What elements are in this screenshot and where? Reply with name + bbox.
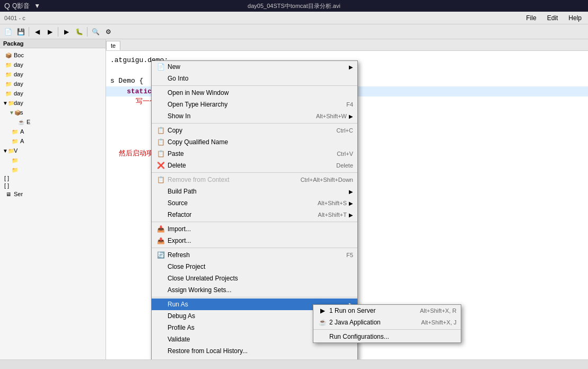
app-name: Q Q影音 ▼ — [4, 2, 40, 11]
server-icon: 🖥 — [4, 190, 13, 198]
java-app-icon: ☕ — [318, 318, 327, 327]
submenu-run-on-server[interactable]: ▶ 1 Run on Server Alt+Shift+X, R — [313, 305, 461, 317]
tree-item-e[interactable]: ☕ E — [0, 117, 106, 127]
menu-item-assign-working-sets[interactable]: Assign Working Sets... — [152, 284, 357, 296]
submenu-run-configurations[interactable]: Run Configurations... — [313, 331, 461, 342]
tree-item-day3[interactable]: 📁 day — [0, 79, 106, 89]
toolbar: 📄 💾 ◀ ▶ ▶ 🐛 🔍 ⚙ — [0, 24, 588, 39]
tree-item-day4[interactable]: 📁 day — [0, 89, 106, 98]
assign-icon — [156, 286, 165, 294]
folder-icon-sub2: 📁 — [11, 165, 19, 174]
paste-icon: 📋 — [156, 150, 165, 158]
toolbar-sep1 — [29, 27, 29, 37]
menu-item-copy[interactable]: 📋 Copy Ctrl+C — [152, 125, 357, 136]
source-arrow: ▶ — [349, 200, 353, 206]
toolbar-sep3 — [87, 27, 87, 37]
refresh-shortcut: F5 — [346, 252, 353, 258]
title-bar: Q Q影音 ▼ day05_04STS中tomcat目录分析.avi — [0, 0, 588, 12]
go-into-icon — [156, 74, 165, 83]
menu-item-paste[interactable]: 📋 Paste Ctrl+V — [152, 148, 357, 160]
delete-icon: ❌ — [156, 161, 165, 170]
build-path-icon — [156, 187, 165, 196]
show-in-arrow: ▶ — [349, 113, 353, 119]
menu-item-close-project[interactable]: Close Project — [152, 261, 357, 273]
sidebar: Packag 📦 Boc 📁 day 📁 day 📁 day — [0, 39, 106, 359]
toolbar-settings-btn[interactable]: ⚙ — [102, 26, 114, 38]
java-icon-1: ☕ — [17, 118, 25, 126]
tree-item-server[interactable]: 🖥 Ser — [0, 189, 106, 199]
tree-item-brackets1[interactable]: [ ] — [0, 174, 106, 182]
menu-file[interactable]: File — [524, 13, 538, 23]
menu-item-show-in[interactable]: Show In Alt+Shift+W ▶ — [152, 110, 357, 122]
toolbar-back-btn[interactable]: ◀ — [31, 26, 43, 38]
new-arrow: ▶ — [349, 64, 353, 70]
menu-edit[interactable]: Edit — [545, 13, 560, 23]
import-icon: 📥 — [156, 225, 165, 233]
toolbar-debug-btn[interactable]: 🐛 — [73, 26, 85, 38]
menu-item-open-new-window[interactable]: Open in New Window — [152, 87, 357, 99]
menu-help[interactable]: Help — [566, 13, 584, 23]
menu-item-export[interactable]: 📤 Export... — [152, 235, 357, 247]
tree-item-s[interactable]: ▼📦 s — [0, 108, 106, 117]
new-icon: 📄 — [156, 63, 165, 71]
toolbar-save-btn[interactable]: 💾 — [15, 26, 27, 38]
menu-item-refresh[interactable]: 🔄 Refresh F5 — [152, 249, 357, 261]
menu-item-java-ee-tools[interactable]: Java EE Tools ▶ — [152, 357, 357, 359]
toolbar-new-btn[interactable]: 📄 — [2, 26, 14, 38]
video-filename: day05_04STS中tomcat目录分析.avi — [248, 2, 340, 10]
restore-icon — [156, 347, 165, 355]
menu-item-close-unrelated[interactable]: Close Unrelated Projects — [152, 273, 357, 284]
editor-area: te .atguigu.demo; s Demo { static void m… — [106, 39, 588, 359]
submenu-sep1 — [313, 329, 461, 330]
sep6 — [152, 297, 357, 297]
sep1 — [152, 85, 357, 86]
tree-item-sub1[interactable]: 📁 — [0, 155, 106, 165]
project-icon: 📦 — [4, 51, 13, 59]
folder-icon-a1: 📁 — [11, 127, 19, 136]
tree-item-day2[interactable]: 📁 day — [0, 69, 106, 79]
main-area: Packag 📦 Boc 📁 day 📁 day 📁 day — [0, 39, 588, 359]
hierarchy-shortcut: F4 — [346, 101, 353, 108]
remove-context-icon: 📋 — [156, 175, 165, 184]
app-icon: Q — [4, 2, 10, 10]
build-path-arrow: ▶ — [349, 189, 353, 195]
tree-item-v[interactable]: ▼📁 V — [0, 146, 106, 155]
menu-item-copy-qualified[interactable]: 📋 Copy Qualified Name — [152, 136, 357, 148]
folder-icon-v: ▼📁 — [4, 146, 13, 155]
tree-item-day1[interactable]: 📁 day — [0, 60, 106, 69]
java-app-shortcut: Alt+Shift+X, J — [421, 319, 457, 326]
source-shortcut: Alt+Shift+S — [318, 200, 347, 206]
menu-item-restore-history[interactable]: Restore from Local History... — [152, 345, 357, 357]
menu-item-go-into[interactable]: Go Into — [152, 73, 357, 84]
toolbar-sep2 — [58, 27, 58, 37]
toolbar-run-btn[interactable]: ▶ — [60, 26, 72, 38]
refactor-arrow: ▶ — [349, 212, 353, 218]
sep4 — [152, 222, 357, 222]
tree-item-boc[interactable]: 📦 Boc — [0, 50, 106, 60]
tree-item-sub2[interactable]: 📁 — [0, 165, 106, 174]
package-icon: ▼📦 — [11, 108, 19, 117]
context-menu-overlay: 📄 New ▶ Go Into Open in New Window — [106, 39, 588, 359]
tree-item-a2[interactable]: 📁 A — [0, 136, 106, 146]
menu-item-import[interactable]: 📥 Import... — [152, 223, 357, 235]
folder-icon-1: 📁 — [4, 60, 13, 69]
folder-icon-a2: 📁 — [11, 137, 19, 145]
toolbar-forward-btn[interactable]: ▶ — [44, 26, 56, 38]
tree-item-day5[interactable]: ▼📁 day — [0, 98, 106, 108]
menu-item-build-path[interactable]: Build Path ▶ — [152, 186, 357, 197]
menu-item-refactor[interactable]: Refactor Alt+Shift+T ▶ — [152, 209, 357, 221]
menu-item-delete[interactable]: ❌ Delete Delete — [152, 160, 357, 171]
status-bar — [0, 359, 588, 369]
menu-item-new[interactable]: 📄 New ▶ — [152, 61, 357, 73]
menu-item-source[interactable]: Source Alt+Shift+S ▶ — [152, 197, 357, 209]
folder-icon-2: 📁 — [4, 70, 13, 78]
tree-item-a1[interactable]: 📁 A — [0, 127, 106, 136]
window-title: 0401 - c — [4, 15, 25, 21]
menu-item-open-type-hierarchy[interactable]: Open Type Hierarchy F4 — [152, 99, 357, 110]
sep2 — [152, 123, 357, 124]
submenu-java-application[interactable]: ☕ 2 Java Application Alt+Shift+X, J — [313, 317, 461, 328]
run-server-icon: ▶ — [318, 306, 327, 315]
run-as-icon — [156, 300, 165, 309]
tree-item-brackets2[interactable]: [ ] — [0, 182, 106, 189]
toolbar-search-btn[interactable]: 🔍 — [90, 26, 101, 38]
